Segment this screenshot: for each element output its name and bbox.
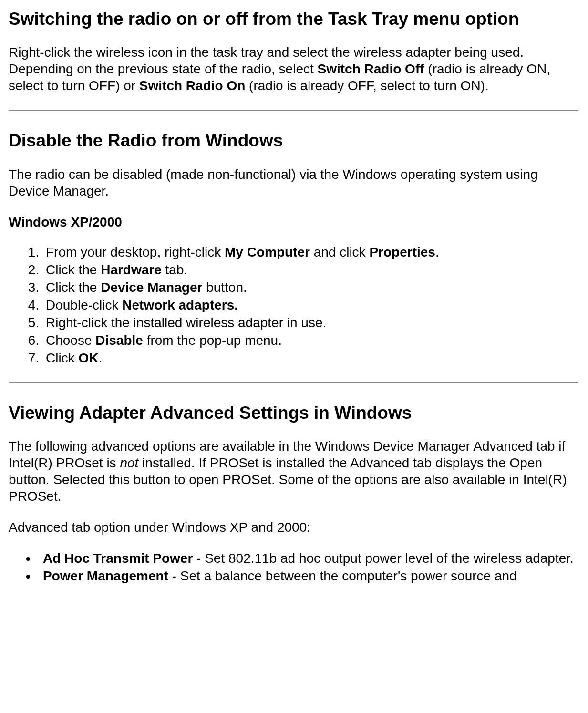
heading-advanced-settings: Viewing Adapter Advanced Settings in Win… xyxy=(9,403,578,424)
text: and click xyxy=(310,245,370,259)
bullet-item: Ad Hoc Transmit Power - Set 802.11b ad h… xyxy=(37,550,578,567)
bold-network-adapters: Network adapters. xyxy=(122,298,238,312)
bold-my-computer: My Computer xyxy=(225,245,310,259)
text: - Set a balance between the computer's p… xyxy=(168,568,517,583)
step-item: Click OK. xyxy=(43,350,578,366)
bold-switch-radio-on: Switch Radio On xyxy=(139,78,245,93)
text: Right-click the installed wireless adapt… xyxy=(46,315,326,330)
divider xyxy=(9,382,578,383)
paragraph-task-tray: Right-click the wireless icon in the tas… xyxy=(9,44,578,94)
text: Double-click xyxy=(46,298,122,312)
step-item: Right-click the installed wireless adapt… xyxy=(43,314,578,331)
subheading-windows-xp-2000: Windows XP/2000 xyxy=(9,214,578,230)
bold-disable: Disable xyxy=(95,333,143,348)
step-item: From your desktop, right-click My Comput… xyxy=(43,244,578,260)
paragraph-advanced-intro: The following advanced options are avail… xyxy=(9,438,578,505)
heading-switching-radio: Switching the radio on or off from the T… xyxy=(9,9,578,30)
text: Click the xyxy=(46,262,101,277)
bold-properties: Properties xyxy=(369,245,435,259)
divider xyxy=(9,110,578,111)
text: . xyxy=(435,245,439,259)
text: Click xyxy=(46,351,78,365)
text: button. xyxy=(202,280,247,295)
bold-device-manager: Device Manager xyxy=(101,280,202,295)
text: (radio is already OFF, select to turn ON… xyxy=(245,78,488,93)
text: from the pop-up menu. xyxy=(143,333,282,348)
heading-disable-radio: Disable the Radio from Windows xyxy=(9,130,578,151)
text: Click the xyxy=(46,280,101,295)
text: . xyxy=(98,351,102,365)
bold-ad-hoc-transmit-power: Ad Hoc Transmit Power xyxy=(43,551,193,566)
bold-power-management: Power Management xyxy=(43,568,168,583)
italic-not: not xyxy=(120,455,138,470)
text: tab. xyxy=(162,262,187,277)
bold-switch-radio-off: Switch Radio Off xyxy=(318,62,424,76)
step-item: Click the Device Manager button. xyxy=(43,279,578,296)
paragraph-disable-intro: The radio can be disabled (made non-func… xyxy=(9,166,578,199)
text: - Set 802.11b ad hoc output power level … xyxy=(193,551,574,566)
paragraph-advanced-tab: Advanced tab option under Windows XP and… xyxy=(9,519,578,536)
step-item: Choose Disable from the pop-up menu. xyxy=(43,332,578,349)
text: From your desktop, right-click xyxy=(46,245,225,259)
step-item: Click the Hardware tab. xyxy=(43,261,578,278)
steps-list: From your desktop, right-click My Comput… xyxy=(9,244,578,366)
bullet-item: Power Management - Set a balance between… xyxy=(37,568,578,584)
bold-ok: OK xyxy=(78,351,98,365)
bullet-list: Ad Hoc Transmit Power - Set 802.11b ad h… xyxy=(9,550,578,584)
text: Choose xyxy=(46,333,95,348)
bold-hardware: Hardware xyxy=(101,262,162,277)
step-item: Double-click Network adapters. xyxy=(43,297,578,313)
